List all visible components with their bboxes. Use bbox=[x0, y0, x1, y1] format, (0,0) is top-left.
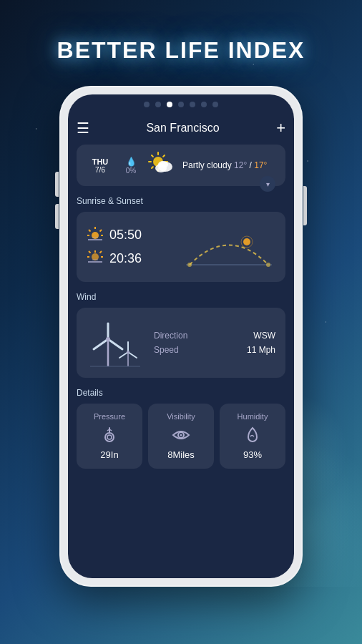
page-indicator bbox=[68, 94, 294, 114]
expand-button[interactable]: ▾ bbox=[260, 176, 275, 192]
visibility-card: Visibility 8Miles bbox=[148, 404, 214, 469]
sunrise-section-label: Sunrise & Sunset bbox=[77, 196, 285, 206]
svg-point-31 bbox=[187, 263, 192, 267]
svg-line-36 bbox=[108, 339, 122, 349]
svg-point-37 bbox=[106, 337, 110, 341]
svg-line-8 bbox=[152, 167, 153, 168]
svg-line-15 bbox=[100, 230, 102, 232]
svg-line-5 bbox=[152, 155, 153, 157]
app-title: BETTER LIFE INDEX bbox=[57, 37, 305, 64]
sunset-row: 20:36 bbox=[87, 250, 142, 268]
sunrise-time: 05:50 bbox=[109, 228, 142, 243]
page-dot-1 bbox=[144, 102, 150, 107]
sunrise-times: 05:50 bbox=[87, 226, 142, 268]
wind-speed-row: Speed 11 Mph bbox=[154, 345, 275, 355]
weather-description: Partly cloudy 12° / 17° bbox=[182, 160, 275, 170]
wind-direction-row: Direction WSW bbox=[154, 331, 275, 341]
app-content: ☰ San Francisco + THU 7/6 💧 0% bbox=[68, 114, 294, 578]
weather-date-num: 7/6 bbox=[87, 166, 114, 174]
sunset-icon bbox=[87, 250, 104, 268]
weather-date: THU 7/6 bbox=[87, 157, 114, 174]
weather-rain: 💧 0% bbox=[121, 157, 141, 175]
wind-details: Direction WSW Speed 11 Mph bbox=[154, 331, 275, 355]
direction-value: WSW bbox=[253, 331, 275, 341]
page-dot-5 bbox=[190, 102, 195, 107]
svg-line-41 bbox=[128, 352, 137, 358]
svg-line-7 bbox=[163, 155, 165, 157]
wind-section-label: Wind bbox=[77, 292, 285, 302]
details-section-label: Details bbox=[77, 388, 285, 398]
sun-arc bbox=[182, 222, 275, 272]
visibility-icon bbox=[171, 425, 191, 445]
phone-shell: ☰ San Francisco + THU 7/6 💧 0% bbox=[59, 86, 303, 587]
pressure-card: Pressure 29In bbox=[77, 404, 142, 469]
rain-percent: 0% bbox=[126, 167, 136, 175]
weather-day: THU bbox=[87, 157, 114, 166]
svg-line-23 bbox=[100, 251, 102, 253]
weather-condition-icon bbox=[148, 152, 175, 179]
volume-down-button bbox=[55, 204, 59, 229]
sunrise-row: 05:50 bbox=[87, 226, 142, 244]
humidity-card: Humidity 93% bbox=[220, 404, 285, 469]
pressure-value: 29In bbox=[100, 449, 118, 460]
humidity-icon bbox=[243, 425, 263, 445]
sunrise-card: 05:50 bbox=[77, 212, 285, 282]
add-city-button[interactable]: + bbox=[276, 119, 285, 137]
page-dot-4 bbox=[178, 102, 184, 107]
rain-drop-icon: 💧 bbox=[126, 157, 137, 167]
phone-screen: ☰ San Francisco + THU 7/6 💧 0% bbox=[68, 94, 294, 578]
svg-line-35 bbox=[94, 339, 108, 349]
details-grid: Pressure 29In Visibility bbox=[77, 404, 285, 469]
speed-value: 11 Mph bbox=[247, 345, 275, 355]
visibility-value: 8Miles bbox=[167, 449, 195, 460]
volume-up-button bbox=[55, 172, 59, 197]
direction-label: Direction bbox=[154, 331, 187, 341]
svg-line-14 bbox=[89, 230, 91, 232]
svg-line-22 bbox=[89, 251, 91, 253]
pressure-title: Pressure bbox=[94, 412, 125, 421]
svg-point-42 bbox=[127, 351, 129, 353]
sunrise-icon bbox=[87, 226, 104, 244]
speed-label: Speed bbox=[154, 345, 179, 355]
weather-card: THU 7/6 💧 0% bbox=[77, 145, 285, 186]
svg-point-47 bbox=[180, 434, 182, 436]
wind-turbine bbox=[87, 318, 144, 368]
svg-point-32 bbox=[266, 263, 270, 267]
page-dot-2 bbox=[155, 102, 161, 107]
svg-point-45 bbox=[107, 435, 112, 439]
app-header: ☰ San Francisco + bbox=[77, 114, 285, 145]
phone-wrapper: ☰ San Francisco + THU 7/6 💧 0% bbox=[59, 86, 303, 587]
city-name: San Francisco bbox=[146, 122, 219, 135]
pressure-icon bbox=[99, 425, 119, 445]
visibility-title: Visibility bbox=[167, 412, 195, 421]
humidity-title: Humidity bbox=[238, 412, 268, 421]
svg-point-44 bbox=[105, 433, 114, 441]
sunset-time: 20:36 bbox=[109, 251, 142, 266]
svg-point-29 bbox=[243, 238, 250, 245]
svg-line-40 bbox=[119, 352, 128, 358]
page-dot-7 bbox=[212, 102, 218, 107]
menu-button[interactable]: ☰ bbox=[77, 119, 89, 137]
humidity-value: 93% bbox=[243, 449, 262, 460]
page-dot-6 bbox=[201, 102, 207, 107]
wind-card: Direction WSW Speed 11 Mph bbox=[77, 308, 285, 378]
svg-point-11 bbox=[158, 161, 168, 168]
power-button bbox=[303, 186, 307, 225]
page-dot-active bbox=[167, 102, 172, 107]
